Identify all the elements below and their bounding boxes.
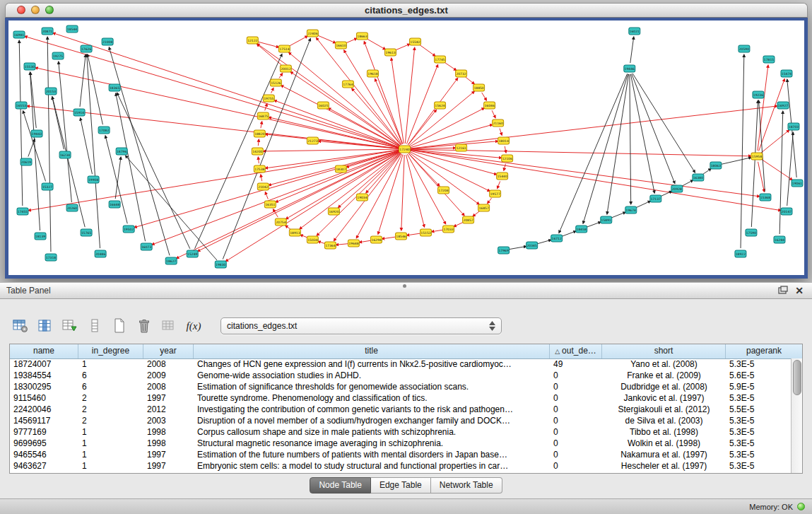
network-node[interactable]: 18703: [788, 123, 799, 130]
network-edge[interactable]: [682, 180, 693, 186]
network-edge[interactable]: [537, 240, 551, 244]
network-edge[interactable]: [630, 37, 634, 63]
network-edge[interactable]: [258, 157, 259, 163]
network-edge[interactable]: [702, 169, 711, 175]
network-edge[interactable]: [741, 54, 744, 248]
network-node[interactable]: 19613: [384, 49, 396, 56]
network-node[interactable]: 16294: [370, 236, 382, 243]
network-edge[interactable]: [759, 79, 785, 151]
scrollbar-thumb[interactable]: [793, 360, 801, 395]
network-node[interactable]: 16875: [257, 112, 269, 119]
network-edge[interactable]: [276, 151, 399, 202]
row-options-icon[interactable]: [86, 317, 104, 335]
network-edge[interactable]: [632, 74, 695, 173]
network-node[interactable]: 17764: [342, 81, 353, 88]
network-edge[interactable]: [411, 141, 498, 149]
network-edge[interactable]: [28, 150, 399, 210]
close-button[interactable]: [17, 6, 25, 14]
network-edge[interactable]: [263, 149, 399, 151]
network-edge[interactable]: [611, 212, 625, 218]
network-node[interactable]: 15327: [42, 183, 53, 190]
network-node[interactable]: 16234: [59, 151, 71, 158]
network-edge[interactable]: [346, 38, 357, 43]
network-node[interactable]: 17204: [438, 187, 449, 194]
network-node[interactable]: 18544: [66, 25, 78, 33]
network-node[interactable]: 17745: [435, 56, 446, 63]
network-node[interactable]: 17815: [763, 56, 775, 63]
table-row[interactable]: 1830029562008Estimation of significance …: [10, 381, 792, 392]
network-node[interactable]: 19908: [88, 176, 99, 183]
network-node[interactable]: 16553: [16, 102, 27, 109]
minimize-button[interactable]: [31, 6, 40, 14]
table-row[interactable]: 977716911998Corpus callosum shape and si…: [10, 426, 792, 438]
column-header-short[interactable]: short: [602, 344, 726, 358]
network-node[interactable]: 14200: [252, 148, 263, 155]
network-node[interactable]: 17969: [498, 247, 510, 254]
network-edge[interactable]: [488, 198, 492, 204]
network-node[interactable]: 20147: [781, 208, 792, 215]
network-node[interactable]: 18365: [109, 84, 120, 91]
network-node[interactable]: 20871: [42, 28, 53, 35]
network-node[interactable]: 18663: [356, 33, 367, 40]
network-node[interactable]: 20345: [526, 242, 538, 249]
network-edge[interactable]: [265, 192, 268, 199]
network-node[interactable]: 18139: [35, 233, 46, 240]
network-node[interactable]: 20260: [66, 204, 78, 211]
network-edge[interactable]: [410, 152, 490, 192]
network-node[interactable]: 16927: [777, 102, 789, 109]
network-edge[interactable]: [406, 233, 420, 235]
tab-node-table[interactable]: Node Table: [310, 477, 371, 493]
network-edge[interactable]: [28, 139, 35, 157]
zoom-button[interactable]: [45, 6, 54, 14]
network-edge[interactable]: [632, 74, 675, 183]
network-edge[interactable]: [318, 35, 336, 43]
network-edge[interactable]: [23, 111, 46, 182]
network-node[interactable]: 16648: [109, 201, 120, 208]
network-node[interactable]: 18922: [735, 250, 746, 257]
close-panel-icon[interactable]: ✕: [795, 284, 804, 297]
network-node[interactable]: 19674: [625, 206, 637, 214]
network-node[interactable]: 18546: [395, 233, 406, 240]
network-edge[interactable]: [367, 39, 385, 49]
network-node[interactable]: 17538: [254, 165, 265, 173]
network-node[interactable]: 19618: [367, 70, 378, 77]
new-table-icon[interactable]: [110, 317, 129, 335]
network-node[interactable]: 18627: [165, 257, 177, 264]
table-row[interactable]: 1872400712008Changes of HCN gene express…: [10, 358, 792, 370]
network-node[interactable]: 17626: [81, 45, 92, 52]
network-edge[interactable]: [382, 237, 395, 239]
column-header-out-degree[interactable]: △out_de…: [550, 344, 602, 358]
network-node[interactable]: 21008: [102, 38, 113, 45]
network-edge[interactable]: [223, 38, 310, 259]
network-node[interactable]: 15440: [497, 173, 508, 180]
network-node[interactable]: 15530: [24, 63, 35, 70]
network-node[interactable]: 16920: [328, 208, 339, 215]
column-header-name[interactable]: name: [10, 344, 78, 358]
network-node[interactable]: 20754: [275, 218, 286, 226]
network-node[interactable]: 18307: [335, 165, 346, 173]
network-node[interactable]: 17082: [98, 127, 110, 134]
network-edge[interactable]: [492, 110, 495, 118]
network-edge[interactable]: [473, 211, 479, 216]
network-edge[interactable]: [406, 64, 437, 144]
network-edge[interactable]: [35, 68, 399, 148]
network-node[interactable]: 16712: [551, 235, 563, 242]
network-node[interactable]: 19830: [215, 261, 226, 268]
network-node[interactable]: 17514: [278, 45, 290, 52]
network-node[interactable]: 17137: [650, 195, 661, 202]
network-edge[interactable]: [81, 118, 93, 174]
network-node[interactable]: 16025: [317, 102, 329, 109]
network-node[interactable]: 19502: [123, 226, 134, 233]
network-node[interactable]: 15891: [601, 216, 612, 223]
network-node[interactable]: 12106: [502, 155, 513, 162]
network-edge[interactable]: [410, 150, 760, 197]
network-node[interactable]: 16981: [13, 31, 25, 38]
network-node[interactable]: 18850: [473, 84, 485, 91]
network-node[interactable]: 16284: [774, 236, 785, 243]
network-edge[interactable]: [116, 93, 146, 241]
network-edge[interactable]: [271, 88, 273, 93]
network-node[interactable]: 18014: [498, 137, 510, 144]
network-node[interactable]: 20732: [456, 70, 467, 77]
import-table-icon[interactable]: [160, 317, 178, 335]
network-node[interactable]: 19061: [792, 180, 803, 187]
